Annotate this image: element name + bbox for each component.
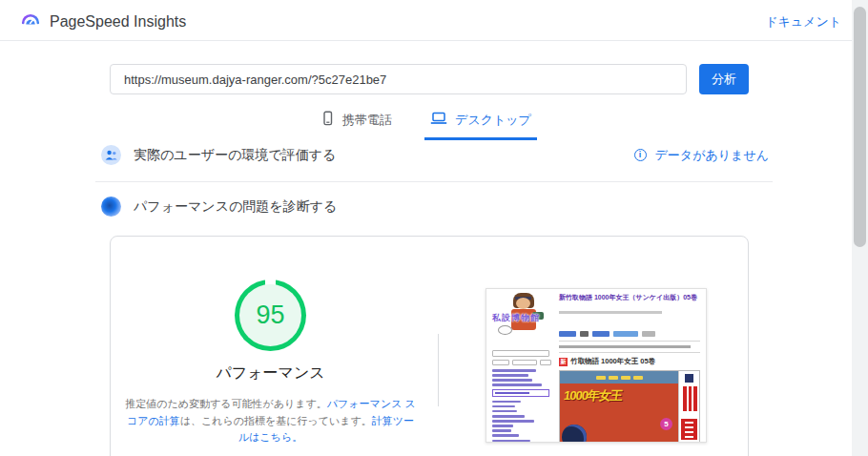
brand: PageSpeed Insights <box>19 9 186 35</box>
score-label: パフォーマンス <box>111 363 430 383</box>
thumb-post-title: 新竹取物語 1000年女王（サンケイ出版）05巻 <box>559 294 702 301</box>
analyze-button[interactable]: 分析 <box>699 64 749 94</box>
thumb-sidebar <box>492 350 553 443</box>
real-users-icon <box>101 145 121 165</box>
spine-bottom-block <box>681 419 697 440</box>
sidebar-link-bar <box>492 410 517 413</box>
thumb-divider <box>559 352 700 353</box>
sidebar-link-bar <box>492 434 519 437</box>
thumb-breadcrumb-bar <box>559 311 662 314</box>
thumb-button <box>540 360 551 365</box>
thumb-divider <box>559 341 700 342</box>
comic-cover-earth <box>562 425 587 442</box>
thumb-article-heading: 新 竹取物語 1000年女王 05巻 <box>559 357 702 366</box>
thumb-button <box>512 360 537 365</box>
thumb-comic-cover: 1000年女王 5 <box>559 370 700 443</box>
performance-score-gauge[interactable]: 95 <box>235 280 306 351</box>
section-divider <box>95 181 773 182</box>
field-section-title: 実際のユーザーの環境で評価する <box>134 147 336 164</box>
app-title: PageSpeed Insights <box>50 13 186 31</box>
sidebar-link-bar <box>492 425 513 427</box>
sidebar-link-bar <box>492 429 511 432</box>
thumb-cat <box>498 325 512 335</box>
info-icon: i <box>634 149 647 161</box>
new-badge: 新 <box>559 358 568 366</box>
comic-cover-art: 1000年女王 5 <box>560 371 678 442</box>
desktop-icon <box>430 111 447 129</box>
scrollbar-thumb[interactable] <box>854 7 866 247</box>
thumb-search-box <box>492 350 549 357</box>
share-button <box>613 331 638 337</box>
tab-mobile-label: 携帯電話 <box>342 112 392 129</box>
thumb-button <box>492 360 509 365</box>
pagespeed-logo-icon <box>19 9 42 35</box>
sidebar-link-bar <box>492 383 542 386</box>
thumb-article-content: 新 竹取物語 1000年女王 05巻 1000年女王 5 <box>559 331 702 443</box>
page-screenshot-thumbnail[interactable]: 私設博物館 新竹取物語 1000年女王（サンケイ出版）05巻 <box>486 288 707 443</box>
device-tabs: 携帯電話 デスクトップ <box>0 105 852 140</box>
sidebar-link-bar <box>492 401 521 404</box>
disclaimer-text-1: 推定値のため変動する可能性があります。 <box>125 398 327 409</box>
score-value: 95 <box>235 280 306 351</box>
share-button <box>580 331 589 337</box>
score-disclaimer: 推定値のため変動する可能性があります。パフォーマンス スコアの計算は、これらの指… <box>122 396 420 446</box>
top-app-bar: PageSpeed Insights ドキュメント <box>0 0 868 41</box>
sidebar-link-bar <box>492 379 532 382</box>
sidebar-link-bar <box>492 415 525 418</box>
spine-logo-block <box>685 374 693 383</box>
disclaimer-text-2: は、これらの指標を基に行っています。 <box>180 415 372 426</box>
no-data-label: データがありません <box>655 147 769 164</box>
comic-cover-banner <box>560 371 678 383</box>
thumb-share-buttons <box>559 331 702 337</box>
pagespeed-insights-page: PageSpeed Insights ドキュメント 分析 携帯電話 デスク <box>0 0 868 456</box>
sidebar-link-bar <box>492 374 528 377</box>
share-button <box>559 331 576 337</box>
performance-report-card: 95 パフォーマンス 推定値のため変動する可能性があります。パフォーマンス スコ… <box>110 236 749 456</box>
spine-text-bars <box>683 386 697 411</box>
comic-cover-spine <box>678 371 699 442</box>
tab-desktop[interactable]: デスクトップ <box>424 105 537 140</box>
thumb-button-row <box>492 360 553 365</box>
thumb-site-header-image: 私設博物館 <box>492 293 553 348</box>
sidebar-link-bar <box>492 440 530 443</box>
card-vertical-divider <box>438 334 439 406</box>
field-data-section-header: 実際のユーザーの環境で評価する i データがありません <box>101 145 769 165</box>
documentation-link[interactable]: ドキュメント <box>765 13 841 31</box>
url-input[interactable] <box>110 64 687 94</box>
tab-mobile[interactable]: 携帯電話 <box>315 105 398 140</box>
mobile-phone-icon <box>320 111 335 129</box>
sidebar-link-bar <box>492 405 515 408</box>
thumb-site-name: 私設博物館 <box>492 312 553 324</box>
thumb-menu-box <box>492 389 549 397</box>
share-button <box>642 331 655 337</box>
sidebar-link-bar <box>492 369 536 372</box>
scrollbar-track <box>852 0 868 456</box>
share-button <box>592 331 610 337</box>
comic-cover-title: 1000年女王 <box>563 387 623 404</box>
diagnose-section-header: パフォーマンスの問題を診断する <box>101 197 769 217</box>
diagnose-section-title: パフォーマンスの問題を診断する <box>134 198 337 216</box>
no-data-status[interactable]: i データがありません <box>634 147 769 164</box>
thumb-character-face <box>516 298 530 309</box>
thumb-tags-bar <box>559 345 691 348</box>
diagnose-performance-icon <box>101 197 121 217</box>
performance-score-column: 95 パフォーマンス 推定値のため変動する可能性があります。パフォーマンス スコ… <box>111 280 430 456</box>
tab-desktop-label: デスクトップ <box>455 112 531 129</box>
article-heading-text: 竹取物語 1000年女王 05巻 <box>570 357 655 366</box>
sidebar-link-bar <box>492 420 534 423</box>
comic-volume-badge: 5 <box>660 418 672 430</box>
